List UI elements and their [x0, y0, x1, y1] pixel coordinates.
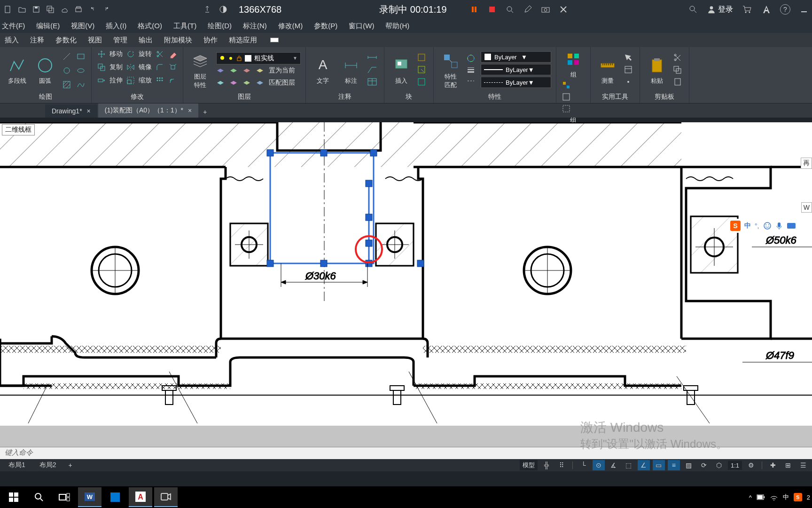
tab-output[interactable]: 输出: [139, 36, 153, 45]
ime-keyboard-icon[interactable]: [787, 222, 796, 230]
menu-help[interactable]: 帮助(H): [385, 22, 409, 31]
layer-freeze-icon[interactable]: [242, 66, 253, 77]
system-tray[interactable]: ^ 中 S 2: [749, 493, 810, 501]
ungroup-icon[interactable]: [562, 81, 572, 91]
search-button[interactable]: [27, 487, 51, 507]
tab-view[interactable]: 视图: [88, 36, 102, 45]
drawing-canvas[interactable]: 二维线框: [0, 122, 812, 426]
saveas-icon[interactable]: [44, 3, 56, 16]
doc-tab-2[interactable]: (1)装配图（A0）（1：1）*×: [98, 103, 198, 118]
new-doc-icon[interactable]: [2, 3, 14, 16]
clock[interactable]: 2: [807, 494, 810, 501]
layer-tool2-icon[interactable]: [229, 79, 240, 89]
set-current-button[interactable]: 置为当前: [269, 66, 295, 77]
layer-properties-button[interactable]: 图层 特性: [188, 51, 212, 90]
mirror-icon[interactable]: [125, 62, 136, 72]
group-edit-icon[interactable]: [562, 93, 572, 103]
tab-annotate[interactable]: 注释: [30, 36, 44, 45]
ime-toolbar[interactable]: S 中 °,: [727, 219, 812, 233]
menu-file[interactable]: 文件(F): [2, 22, 25, 31]
doc-tab-1[interactable]: Drawing1*×: [45, 104, 97, 118]
dyn-input-icon[interactable]: ▭: [653, 460, 665, 470]
scale-display[interactable]: 1:1: [728, 461, 742, 470]
ortho-icon[interactable]: └: [578, 460, 590, 470]
circle-tool-icon[interactable]: [61, 65, 72, 76]
line-tool-icon[interactable]: [61, 51, 72, 62]
zoom-icon[interactable]: [505, 5, 515, 14]
customization-icon[interactable]: ☰: [797, 460, 809, 470]
contrast-icon[interactable]: [217, 3, 229, 16]
open-icon[interactable]: [16, 3, 28, 16]
settings-app-icon[interactable]: [103, 487, 127, 507]
menu-dimension[interactable]: 标注(N): [243, 22, 267, 31]
plot-icon[interactable]: [72, 3, 85, 16]
close-recording-icon[interactable]: [559, 5, 568, 14]
redo-icon[interactable]: [101, 3, 113, 16]
layer-tool4-icon[interactable]: [256, 79, 266, 89]
grid-icon[interactable]: ╬: [540, 460, 553, 470]
color-dropdown[interactable]: ByLayer▼: [481, 51, 551, 63]
stop-button[interactable]: [487, 5, 497, 14]
move-icon[interactable]: [96, 49, 107, 59]
lineweight-small-icon[interactable]: [467, 65, 477, 76]
move-button[interactable]: 移动: [109, 50, 123, 58]
scale-button[interactable]: 缩放: [139, 76, 152, 85]
group-select-icon[interactable]: [562, 104, 572, 115]
match-layer-button[interactable]: 匹配图层: [269, 79, 295, 89]
tab-overflow-icon[interactable]: [270, 38, 279, 42]
layer-off-icon[interactable]: [229, 66, 240, 77]
match-properties-button[interactable]: 特性 匹配: [438, 51, 463, 90]
layout-tab-2[interactable]: 布局2: [34, 460, 62, 471]
layout-tab-1[interactable]: 布局1: [3, 460, 31, 471]
polyline-button[interactable]: 多段线: [5, 55, 29, 86]
layer-iso-icon[interactable]: [216, 66, 226, 77]
gear-icon[interactable]: ⚙: [745, 460, 757, 470]
tab-collab[interactable]: 协作: [203, 36, 218, 45]
close-tab-icon[interactable]: ×: [87, 107, 91, 115]
menu-view[interactable]: 视图(V): [71, 22, 94, 31]
lineweight-icon[interactable]: ≡: [668, 460, 680, 470]
recorder-app-icon[interactable]: [154, 487, 178, 507]
search-icon[interactable]: [687, 3, 699, 16]
rect-tool-icon[interactable]: [75, 51, 86, 62]
dimension-button[interactable]: 标注: [339, 55, 363, 86]
menu-window[interactable]: 窗口(W): [349, 22, 374, 31]
tab-addon[interactable]: 附加模块: [164, 36, 192, 45]
cloud-icon[interactable]: [58, 3, 70, 16]
help-icon[interactable]: ?: [780, 4, 790, 15]
spline-tool-icon[interactable]: [75, 79, 86, 90]
layer-dropdown[interactable]: 粗实线 ▼: [216, 52, 301, 64]
camera-icon[interactable]: [541, 5, 550, 14]
measure-button[interactable]: 测量: [595, 55, 620, 86]
point-icon[interactable]: [624, 78, 635, 88]
app-a-icon[interactable]: [760, 3, 773, 16]
layer-tool-icon[interactable]: [216, 79, 226, 89]
ime-mic-icon[interactable]: [775, 222, 783, 230]
tab-insert[interactable]: 插入: [5, 36, 19, 45]
copy-clip-icon[interactable]: [673, 65, 684, 76]
rotate-icon[interactable]: [125, 49, 136, 59]
word-app-icon[interactable]: W: [78, 487, 102, 507]
text-button[interactable]: A 文字: [311, 55, 335, 86]
fillet-icon[interactable]: [155, 62, 165, 72]
command-line[interactable]: 键入命令: [0, 447, 812, 459]
add-layout-button[interactable]: +: [65, 460, 76, 470]
workspace-icon[interactable]: ⊞: [782, 460, 794, 470]
mirror-button[interactable]: 镜像: [139, 63, 152, 71]
menu-insert[interactable]: 插入(I): [106, 22, 126, 31]
cycling-icon[interactable]: ⟳: [698, 460, 710, 470]
tab-featured[interactable]: 精选应用: [229, 36, 257, 45]
login-button[interactable]: 登录: [707, 5, 733, 15]
taskview-button[interactable]: [53, 487, 76, 507]
paste-button[interactable]: 粘贴: [645, 55, 669, 86]
erase-icon[interactable]: [168, 49, 178, 59]
linetype-dropdown[interactable]: ByLayer▼: [481, 77, 551, 88]
copy-button[interactable]: 复制: [109, 63, 123, 71]
insert-block-button[interactable]: 插入: [389, 55, 414, 86]
sogou-icon[interactable]: S: [730, 221, 741, 231]
transparency-icon[interactable]: ▨: [683, 460, 695, 470]
layer-lock-icon[interactable]: [256, 66, 266, 77]
copy-icon[interactable]: [96, 62, 107, 72]
tray-chevron-icon[interactable]: ^: [749, 494, 752, 501]
menu-edit[interactable]: 编辑(E): [36, 22, 60, 31]
